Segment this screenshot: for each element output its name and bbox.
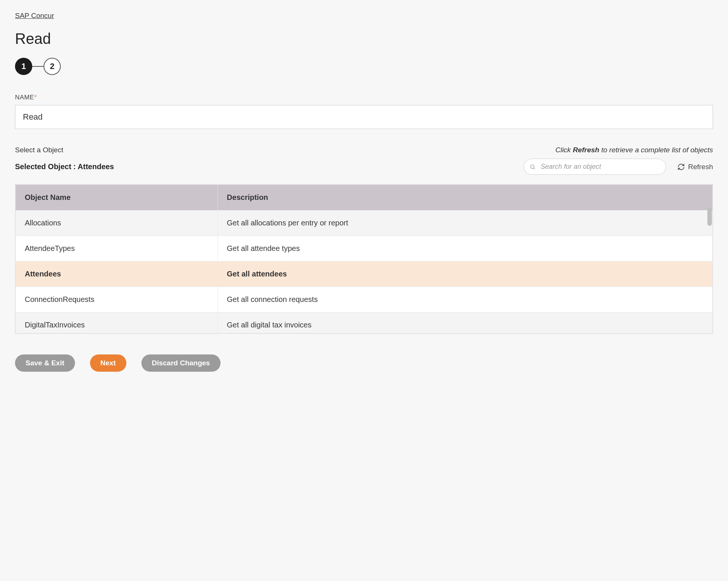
refresh-icon — [677, 163, 685, 171]
selected-object-prefix: Selected Object : — [15, 162, 78, 171]
search-icon — [530, 164, 536, 170]
required-asterisk: * — [34, 94, 37, 101]
cell-description: Get all attendees — [218, 261, 712, 287]
table-row[interactable]: AttendeeTypesGet all attendee types — [16, 236, 713, 261]
cell-object-name: Allocations — [16, 210, 218, 236]
cell-object-name: Attendees — [16, 261, 218, 287]
table-row[interactable]: AttendeesGet all attendees — [16, 261, 713, 287]
object-table: Object Name Description AllocationsGet a… — [15, 185, 713, 333]
cell-description: Get all connection requests — [218, 287, 712, 312]
cell-object-name: AttendeeTypes — [16, 236, 218, 261]
discard-button[interactable]: Discard Changes — [141, 354, 221, 372]
table-row[interactable]: ConnectionRequestsGet all connection req… — [16, 287, 713, 312]
svg-line-1 — [534, 168, 535, 169]
refresh-button[interactable]: Refresh — [677, 163, 713, 171]
name-field-label: NAME* — [15, 94, 713, 101]
search-wrap — [524, 159, 666, 175]
breadcrumb-link[interactable]: SAP Concur — [15, 12, 54, 20]
refresh-hint: Click Refresh to retrieve a complete lis… — [555, 146, 713, 154]
table-row[interactable]: AllocationsGet all allocations per entry… — [16, 210, 713, 236]
cell-description: Get all digital tax invoices — [218, 312, 712, 333]
refresh-hint-prefix: Click — [555, 146, 573, 154]
save-exit-button[interactable]: Save & Exit — [15, 354, 75, 372]
name-input[interactable] — [15, 105, 713, 129]
select-object-label: Select a Object — [15, 146, 63, 154]
refresh-hint-suffix: to retrieve a complete list of objects — [599, 146, 713, 154]
selected-object-label: Selected Object : Attendees — [15, 162, 114, 171]
footer-buttons: Save & Exit Next Discard Changes — [15, 354, 713, 372]
refresh-button-label: Refresh — [688, 163, 713, 171]
col-header-name[interactable]: Object Name — [16, 185, 218, 210]
object-table-container: Object Name Description AllocationsGet a… — [15, 184, 713, 334]
selected-object-value: Attendees — [78, 162, 114, 171]
page-title: Read — [15, 30, 713, 47]
scrollbar-thumb[interactable] — [707, 208, 712, 226]
step-2[interactable]: 2 — [44, 58, 61, 75]
name-label-text: NAME — [15, 94, 34, 101]
cell-object-name: DigitalTaxInvoices — [16, 312, 218, 333]
step-1[interactable]: 1 — [15, 58, 32, 75]
stepper: 1 2 — [15, 58, 713, 75]
search-input[interactable] — [524, 159, 666, 175]
step-connector — [32, 66, 44, 67]
next-button[interactable]: Next — [90, 354, 126, 372]
cell-description: Get all allocations per entry or report — [218, 210, 712, 236]
refresh-hint-bold: Refresh — [573, 146, 599, 154]
cell-description: Get all attendee types — [218, 236, 712, 261]
table-row[interactable]: DigitalTaxInvoicesGet all digital tax in… — [16, 312, 713, 333]
svg-point-0 — [531, 165, 534, 168]
col-header-description[interactable]: Description — [218, 185, 712, 210]
cell-object-name: ConnectionRequests — [16, 287, 218, 312]
